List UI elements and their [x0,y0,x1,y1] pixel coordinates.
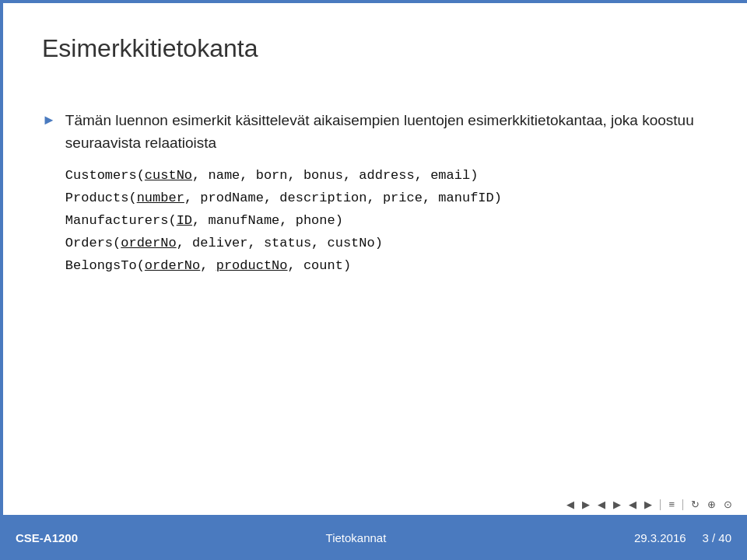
belongsto-prefix: BelongsTo( [65,258,145,273]
belongsto-pk2: productNo [216,258,288,273]
footer-course-name: Tietokannat [326,531,387,544]
customers-prefix: Customers( [65,168,145,183]
bullet-section: ► Tämän luennon esimerkit käsittelevät a… [42,110,700,277]
nav-left-button[interactable]: ▶ [580,497,592,512]
code-line-customers: Customers(custNo, name, born, bonus, add… [65,165,700,187]
belongsto-rest: , count) [288,258,352,273]
slide-content: Esimerkkitietokanta ► Tämän luennon esim… [3,3,747,513]
footer-date: 29.3.2016 [634,531,686,544]
code-line-belongsto: BelongsTo(orderNo, productNo, count) [65,255,700,278]
nav-separator-2 [682,499,683,510]
manufacturers-pk: ID [177,213,192,228]
nav-separator [660,499,661,510]
bullet-intro-text: Tämän luennon esimerkit käsittelevät aik… [65,110,700,154]
footer-course-code: CSE-A1200 [16,531,78,544]
nav-section-right-button[interactable]: ▶ [611,497,623,512]
nav-subsection-right-button[interactable]: ▶ [642,497,654,512]
orders-rest: , deliver, status, custNo) [177,236,383,250]
manufacturers-rest: , manufName, phone) [192,213,343,228]
bullet-arrow-icon: ► [42,112,56,128]
nav-section-left-button[interactable]: ◀ [595,497,608,512]
products-rest: , prodName, description, price, manufID) [184,191,502,205]
nav-subsection-left-button[interactable]: ◀ [626,497,639,512]
products-prefix: Products( [65,191,137,205]
code-line-products: Products(number, prodName, description, … [65,187,700,210]
nav-fullscreen-button[interactable]: ⊙ [721,497,735,512]
code-line-orders: Orders(orderNo, deliver, status, custNo) [65,233,700,255]
code-line-manufacturers: Manufacturers(ID, manufName, phone) [65,210,700,233]
belongsto-comma: , [200,258,216,273]
bullet-content: Tämän luennon esimerkit käsittelevät aik… [65,110,700,277]
footer-page-total: 40 [718,531,731,544]
manufacturers-prefix: Manufacturers( [65,213,177,228]
customers-rest: , name, born, bonus, address, email) [192,168,478,183]
nav-icons-bar: ◀ ▶ ◀ ▶ ◀ ▶ ≡ ↻ ⊕ ⊙ [564,497,735,512]
nav-menu-button[interactable]: ≡ [666,497,677,512]
slide-title: Esimerkkitietokanta [42,34,700,63]
orders-prefix: Orders( [65,236,121,250]
nav-zoom-out-button[interactable]: ↻ [689,497,702,512]
belongsto-pk1: orderNo [145,258,200,273]
code-block: Customers(custNo, name, born, bonus, add… [65,165,700,277]
footer-date-page: 29.3.2016 3 / 40 [634,531,731,544]
footer-page-current: 3 [702,531,708,544]
nav-zoom-in-button[interactable]: ⊕ [705,497,718,512]
customers-pk: custNo [145,168,192,183]
orders-pk: orderNo [121,236,176,250]
products-pk: number [137,191,184,205]
slide-footer: CSE-A1200 Tietokannat 29.3.2016 3 / 40 [0,515,747,560]
nav-left-end-button[interactable]: ◀ [564,497,577,512]
